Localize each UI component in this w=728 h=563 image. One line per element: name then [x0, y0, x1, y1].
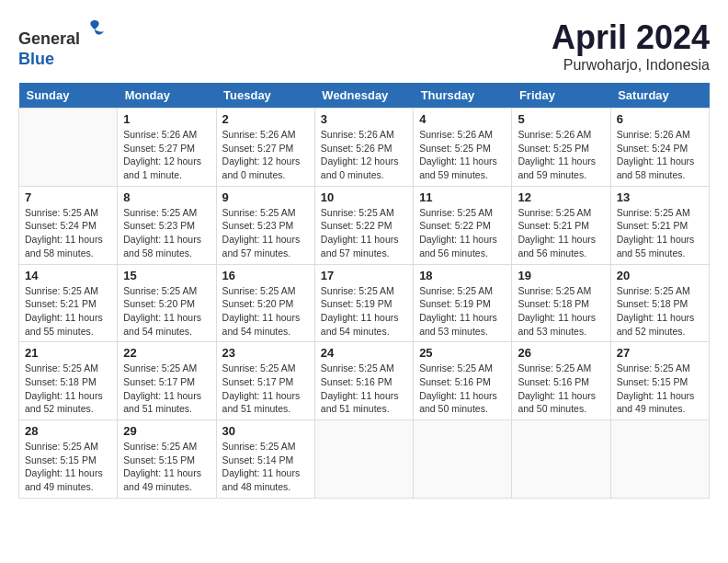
calendar-cell: 5Sunrise: 5:26 AMSunset: 5:25 PMDaylight…	[512, 109, 610, 187]
page-header: General Blue April 2024 Purwoharjo, Indo…	[18, 18, 710, 74]
day-number: 1	[123, 112, 210, 126]
day-info: Sunrise: 5:25 AMSunset: 5:18 PMDaylight:…	[25, 362, 111, 416]
day-number: 19	[518, 269, 604, 282]
day-info: Sunrise: 5:25 AMSunset: 5:20 PMDaylight:…	[123, 284, 210, 339]
calendar-cell: 26Sunrise: 5:25 AMSunset: 5:16 PMDayligh…	[512, 342, 610, 420]
day-number: 3	[321, 112, 407, 126]
calendar-cell: 7Sunrise: 5:25 AMSunset: 5:24 PMDaylight…	[19, 186, 118, 264]
calendar-table: SundayMondayTuesdayWednesdayThursdayFrid…	[18, 83, 710, 499]
day-info: Sunrise: 5:25 AMSunset: 5:19 PMDaylight:…	[321, 284, 407, 339]
calendar-header-row: SundayMondayTuesdayWednesdayThursdayFrid…	[19, 83, 710, 109]
calendar-cell: 21Sunrise: 5:25 AMSunset: 5:18 PMDayligh…	[19, 342, 118, 420]
day-number: 8	[123, 190, 210, 204]
logo-blue: Blue	[18, 50, 54, 68]
day-info: Sunrise: 5:25 AMSunset: 5:20 PMDaylight:…	[222, 284, 309, 339]
header-monday: Monday	[118, 83, 216, 109]
day-number: 5	[518, 112, 604, 126]
calendar-cell: 10Sunrise: 5:25 AMSunset: 5:22 PMDayligh…	[314, 186, 413, 264]
day-info: Sunrise: 5:25 AMSunset: 5:16 PMDaylight:…	[419, 362, 506, 416]
header-saturday: Saturday	[610, 83, 709, 109]
day-info: Sunrise: 5:25 AMSunset: 5:22 PMDaylight:…	[419, 206, 506, 260]
month-title: April 2024	[552, 18, 710, 57]
calendar-cell: 18Sunrise: 5:25 AMSunset: 5:19 PMDayligh…	[414, 264, 512, 342]
day-number: 23	[222, 346, 309, 360]
day-info: Sunrise: 5:25 AMSunset: 5:21 PMDaylight:…	[518, 206, 604, 260]
day-info: Sunrise: 5:25 AMSunset: 5:23 PMDaylight:…	[123, 206, 210, 260]
day-info: Sunrise: 5:25 AMSunset: 5:17 PMDaylight:…	[123, 362, 210, 416]
day-info: Sunrise: 5:25 AMSunset: 5:16 PMDaylight:…	[321, 362, 407, 416]
calendar-cell: 3Sunrise: 5:26 AMSunset: 5:26 PMDaylight…	[314, 109, 413, 187]
day-number: 12	[518, 190, 604, 204]
day-number: 17	[321, 269, 407, 282]
day-info: Sunrise: 5:25 AMSunset: 5:15 PMDaylight:…	[25, 440, 111, 494]
day-number: 7	[25, 190, 111, 204]
day-info: Sunrise: 5:26 AMSunset: 5:24 PMDaylight:…	[617, 128, 703, 182]
day-info: Sunrise: 5:25 AMSunset: 5:18 PMDaylight:…	[617, 284, 703, 339]
day-number: 2	[222, 112, 309, 126]
calendar-cell: 8Sunrise: 5:25 AMSunset: 5:23 PMDaylight…	[118, 186, 216, 264]
calendar-cell	[610, 420, 709, 499]
header-wednesday: Wednesday	[314, 83, 413, 109]
day-number: 10	[321, 190, 407, 204]
calendar-cell: 1Sunrise: 5:26 AMSunset: 5:27 PMDaylight…	[118, 109, 216, 187]
day-number: 9	[222, 190, 309, 204]
calendar-cell: 4Sunrise: 5:26 AMSunset: 5:25 PMDaylight…	[414, 109, 512, 187]
day-number: 14	[25, 269, 111, 282]
day-info: Sunrise: 5:25 AMSunset: 5:21 PMDaylight:…	[617, 206, 703, 260]
day-number: 16	[222, 269, 309, 282]
title-block: April 2024 Purwoharjo, Indonesia	[552, 18, 710, 74]
calendar-cell: 22Sunrise: 5:25 AMSunset: 5:17 PMDayligh…	[118, 342, 216, 420]
day-number: 28	[25, 424, 111, 438]
calendar-cell	[512, 420, 610, 499]
calendar-cell: 15Sunrise: 5:25 AMSunset: 5:20 PMDayligh…	[118, 264, 216, 342]
day-number: 22	[123, 346, 210, 360]
day-number: 25	[419, 346, 506, 360]
week-row-4: 21Sunrise: 5:25 AMSunset: 5:18 PMDayligh…	[19, 342, 710, 420]
day-info: Sunrise: 5:25 AMSunset: 5:21 PMDaylight:…	[25, 284, 111, 339]
calendar-cell: 30Sunrise: 5:25 AMSunset: 5:14 PMDayligh…	[216, 420, 314, 499]
day-number: 29	[123, 424, 210, 438]
day-info: Sunrise: 5:26 AMSunset: 5:25 PMDaylight:…	[518, 128, 604, 182]
day-info: Sunrise: 5:25 AMSunset: 5:14 PMDaylight:…	[222, 440, 309, 494]
calendar-cell	[314, 420, 413, 499]
day-number: 4	[419, 112, 506, 126]
calendar-cell: 2Sunrise: 5:26 AMSunset: 5:27 PMDaylight…	[216, 109, 314, 187]
day-info: Sunrise: 5:26 AMSunset: 5:25 PMDaylight:…	[419, 128, 506, 182]
calendar-cell: 28Sunrise: 5:25 AMSunset: 5:15 PMDayligh…	[19, 420, 118, 499]
calendar-cell: 6Sunrise: 5:26 AMSunset: 5:24 PMDaylight…	[610, 109, 709, 187]
calendar-cell	[414, 420, 512, 499]
day-info: Sunrise: 5:25 AMSunset: 5:15 PMDaylight:…	[617, 362, 703, 416]
week-row-3: 14Sunrise: 5:25 AMSunset: 5:21 PMDayligh…	[19, 264, 710, 342]
day-info: Sunrise: 5:25 AMSunset: 5:15 PMDaylight:…	[123, 440, 210, 494]
calendar-cell	[19, 109, 118, 187]
calendar-cell: 12Sunrise: 5:25 AMSunset: 5:21 PMDayligh…	[512, 186, 610, 264]
day-number: 21	[25, 346, 111, 360]
day-number: 24	[321, 346, 407, 360]
calendar-cell: 23Sunrise: 5:25 AMSunset: 5:17 PMDayligh…	[216, 342, 314, 420]
day-number: 30	[222, 424, 309, 438]
logo-bird-icon	[82, 17, 108, 42]
day-number: 13	[617, 190, 703, 204]
day-info: Sunrise: 5:25 AMSunset: 5:23 PMDaylight:…	[222, 206, 309, 260]
calendar-cell: 16Sunrise: 5:25 AMSunset: 5:20 PMDayligh…	[216, 264, 314, 342]
header-tuesday: Tuesday	[216, 83, 314, 109]
day-number: 15	[123, 269, 210, 282]
day-number: 11	[419, 190, 506, 204]
calendar-cell: 9Sunrise: 5:25 AMSunset: 5:23 PMDaylight…	[216, 186, 314, 264]
calendar-cell: 11Sunrise: 5:25 AMSunset: 5:22 PMDayligh…	[414, 186, 512, 264]
calendar-cell: 19Sunrise: 5:25 AMSunset: 5:18 PMDayligh…	[512, 264, 610, 342]
day-info: Sunrise: 5:25 AMSunset: 5:22 PMDaylight:…	[321, 206, 407, 260]
header-friday: Friday	[512, 83, 610, 109]
logo: General Blue	[18, 18, 108, 69]
day-info: Sunrise: 5:25 AMSunset: 5:18 PMDaylight:…	[518, 284, 604, 339]
day-info: Sunrise: 5:26 AMSunset: 5:27 PMDaylight:…	[222, 128, 309, 182]
day-info: Sunrise: 5:26 AMSunset: 5:27 PMDaylight:…	[123, 128, 210, 182]
day-info: Sunrise: 5:25 AMSunset: 5:19 PMDaylight:…	[419, 284, 506, 339]
location-subtitle: Purwoharjo, Indonesia	[552, 57, 710, 74]
day-info: Sunrise: 5:26 AMSunset: 5:26 PMDaylight:…	[321, 128, 407, 182]
logo-general: General	[18, 29, 80, 48]
calendar-cell: 14Sunrise: 5:25 AMSunset: 5:21 PMDayligh…	[19, 264, 118, 342]
day-number: 26	[518, 346, 604, 360]
header-thursday: Thursday	[414, 83, 512, 109]
day-number: 6	[617, 112, 703, 126]
